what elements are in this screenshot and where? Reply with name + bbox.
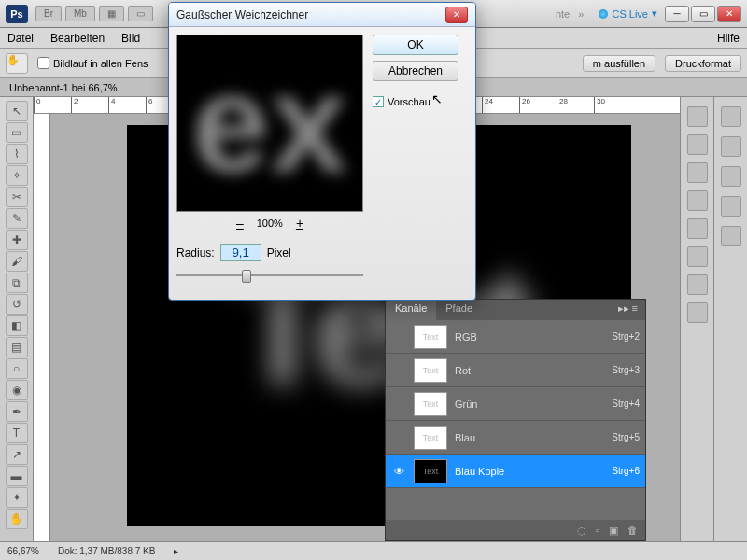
blur-tool[interactable]: ○ — [6, 358, 28, 379]
channel-thumb: Text — [414, 358, 447, 383]
screenmode-icon[interactable]: ▭ — [128, 6, 153, 21]
zoom-out-button[interactable]: – — [236, 216, 244, 231]
hand-tool-icon[interactable]: ✋ — [6, 53, 28, 74]
channel-name: Blau — [455, 432, 604, 443]
menu-help[interactable]: Hilfe — [717, 32, 740, 45]
load-selection-icon[interactable]: ◌ — [577, 525, 586, 537]
radius-slider[interactable] — [176, 267, 363, 284]
right-dock-a — [680, 97, 713, 541]
panel-icon[interactable] — [687, 302, 708, 323]
radius-unit: Pixel — [267, 246, 291, 259]
close-button[interactable]: ✕ — [717, 6, 741, 22]
channel-shortcut: Strg+6 — [612, 466, 640, 476]
channel-thumb: Text — [414, 392, 447, 416]
tab-channels[interactable]: Kanäle — [386, 300, 436, 320]
styles-panel-icon[interactable] — [721, 166, 741, 187]
zoom-level[interactable]: 66,67% — [7, 546, 39, 556]
panel-icon[interactable] — [687, 246, 708, 267]
panel-icon[interactable] — [687, 162, 708, 183]
status-arrow-icon[interactable]: ▸ — [174, 546, 178, 556]
panel-icon[interactable] — [687, 218, 708, 239]
channel-name: Blau Kopie — [455, 466, 604, 477]
channel-name: Rot — [455, 365, 604, 376]
adjust-panel-icon[interactable] — [721, 196, 741, 217]
swatches-panel-icon[interactable] — [721, 136, 741, 157]
channel-row[interactable]: 👁TextBlau KopieStrg+6 — [386, 455, 645, 488]
menu-edit[interactable]: Bearbeiten — [50, 32, 105, 45]
lasso-tool[interactable]: ⌇ — [6, 144, 28, 164]
arrange-icon[interactable]: ▦ — [99, 6, 124, 21]
channel-name: Grün — [455, 399, 604, 410]
cslive-button[interactable]: CS Live ▾ — [599, 7, 657, 20]
ruler-vertical — [34, 114, 50, 541]
dialog-titlebar[interactable]: Gaußscher Weichzeichner ✕ — [169, 3, 475, 27]
color-panel-icon[interactable] — [721, 106, 741, 127]
save-selection-icon[interactable]: ▫ — [596, 525, 599, 536]
channel-row[interactable]: TextGrünStrg+4 — [386, 387, 645, 421]
dialog-close-button[interactable]: ✕ — [445, 7, 468, 23]
heal-tool[interactable]: ✚ — [6, 230, 28, 250]
app-logo-icon: Ps — [6, 5, 28, 23]
3d-tool[interactable]: ✦ — [6, 487, 28, 508]
crop-tool[interactable]: ✂ — [6, 187, 28, 207]
cancel-button[interactable]: Abbrechen — [373, 61, 458, 81]
right-dock-b — [713, 97, 747, 541]
fill-button[interactable]: m ausfüllen — [583, 55, 655, 72]
gradient-tool[interactable]: ▤ — [6, 337, 28, 357]
minimize-button[interactable]: ─ — [665, 6, 689, 22]
zoom-in-button[interactable]: + — [296, 216, 303, 231]
channel-name: RGB — [455, 331, 604, 343]
channel-row[interactable]: TextRotStrg+3 — [386, 354, 645, 387]
dodge-tool[interactable]: ◉ — [6, 380, 28, 400]
tools-panel: ↖ ▭ ⌇ ✧ ✂ ✎ ✚ 🖌 ⧉ ↺ ◧ ▤ ○ ◉ ✒ T ↗ ▬ ✦ ✋ — [0, 97, 34, 541]
channel-shortcut: Strg+2 — [612, 331, 640, 342]
minibridge-button[interactable]: Mb — [65, 6, 95, 21]
path-tool[interactable]: ↗ — [6, 444, 28, 465]
zoom-value: 100% — [257, 217, 283, 229]
doc-size: Dok: 1,37 MB/838,7 KB — [58, 546, 156, 556]
pen-tool[interactable]: ✒ — [6, 401, 28, 422]
preview-image[interactable]: ex — [176, 35, 363, 212]
channel-shortcut: Strg+3 — [612, 365, 640, 375]
type-tool[interactable]: T — [6, 423, 28, 443]
ok-button[interactable]: OK — [373, 35, 458, 55]
history-brush-tool[interactable]: ↺ — [6, 294, 28, 315]
visibility-icon[interactable]: 👁 — [391, 466, 406, 477]
panel-icon[interactable] — [687, 106, 708, 127]
marquee-tool[interactable]: ▭ — [6, 122, 28, 143]
panel-icon[interactable] — [687, 190, 708, 211]
wand-tool[interactable]: ✧ — [6, 165, 28, 186]
radius-label: Radius: — [176, 246, 215, 259]
menu-overflow: nte » — [556, 8, 585, 20]
eraser-tool[interactable]: ◧ — [6, 315, 28, 336]
panel-menu-icon[interactable]: ▸▸ ≡ — [611, 300, 645, 320]
menu-file[interactable]: Datei — [7, 32, 34, 45]
tab-paths[interactable]: Pfade — [436, 300, 482, 320]
preview-checkbox[interactable]: ✓Vorschau — [373, 96, 458, 107]
move-tool[interactable]: ↖ — [6, 101, 28, 121]
radius-input[interactable] — [220, 244, 261, 261]
scroll-all-checkbox[interactable]: Bildlauf in allen Fens — [37, 57, 148, 69]
maximize-button[interactable]: ▭ — [691, 6, 715, 22]
delete-channel-icon[interactable]: 🗑 — [627, 525, 638, 536]
stamp-tool[interactable]: ⧉ — [6, 273, 28, 293]
channel-row[interactable]: TextBlauStrg+5 — [386, 421, 645, 455]
layers-panel-icon[interactable] — [721, 226, 741, 246]
printformat-button[interactable]: Druckformat — [665, 55, 741, 72]
dialog-title: Gaußscher Weichzeichner — [176, 8, 445, 21]
panel-icon[interactable] — [687, 134, 708, 155]
channels-panel: Kanäle Pfade ▸▸ ≡ TextRGBStrg+2TextRotSt… — [385, 299, 646, 541]
hand-tool[interactable]: ✋ — [6, 509, 28, 529]
bridge-button[interactable]: Br — [35, 6, 62, 21]
panel-icon[interactable] — [687, 274, 708, 295]
channel-shortcut: Strg+4 — [612, 399, 640, 409]
brush-tool[interactable]: 🖌 — [6, 251, 28, 272]
channel-thumb: Text — [414, 426, 447, 450]
new-channel-icon[interactable]: ▣ — [609, 525, 618, 537]
channel-row[interactable]: TextRGBStrg+2 — [386, 320, 645, 354]
status-bar: 66,67% Dok: 1,37 MB/838,7 KB ▸ — [0, 541, 747, 560]
eyedropper-tool[interactable]: ✎ — [6, 208, 28, 229]
shape-tool[interactable]: ▬ — [6, 466, 28, 486]
gaussian-blur-dialog: Gaußscher Weichzeichner ✕ ex – 100% + Ra… — [168, 2, 476, 301]
menu-image[interactable]: Bild — [121, 32, 140, 45]
